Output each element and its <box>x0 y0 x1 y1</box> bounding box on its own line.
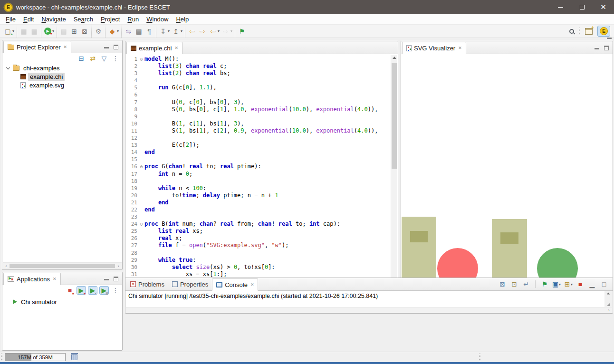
close-icon[interactable]: ✕ <box>174 46 178 50</box>
maximize-view-icon[interactable] <box>114 277 118 281</box>
line-number[interactable]: 1 <box>126 56 138 63</box>
fold-collapse-icon[interactable]: ⊖ <box>138 56 144 63</box>
maximize-view-icon[interactable] <box>114 45 118 49</box>
open-doc-button[interactable]: ▤ <box>134 27 144 36</box>
menu-project[interactable]: Project <box>97 15 124 24</box>
view-menu-button[interactable]: ⋮ <box>111 286 120 295</box>
line-number[interactable]: 11 <box>126 127 138 134</box>
terminate-button[interactable]: ■ <box>576 280 585 288</box>
line-number[interactable]: 8 <box>126 106 138 113</box>
clear-console-button[interactable]: ⊠ <box>498 280 507 288</box>
line-number[interactable]: 25 <box>126 228 138 235</box>
console-maximize-button[interactable]: □ <box>599 280 609 288</box>
expand-box-button[interactable]: ⊞ <box>69 27 79 36</box>
launch-tool-button[interactable]: ◆▾ <box>107 27 120 36</box>
scroll-up-icon[interactable] <box>607 293 610 295</box>
line-number[interactable]: 16 <box>126 163 138 170</box>
line-number[interactable]: 18 <box>126 178 138 185</box>
new-wizard-button[interactable]: ▢+▾ <box>2 27 15 36</box>
view-menu-button[interactable]: ⋮ <box>111 54 120 63</box>
minimize-view-icon[interactable] <box>104 278 109 280</box>
terminate-all-button[interactable]: ■■ <box>65 286 75 295</box>
forward-nav-button[interactable]: ⇨▾ <box>221 27 233 36</box>
close-icon[interactable]: ✕ <box>52 277 57 281</box>
line-number[interactable]: 14 <box>126 149 138 156</box>
maximize-view-icon[interactable] <box>604 46 609 50</box>
save-all-button[interactable]: ▦ <box>29 27 39 36</box>
dropdown-icon[interactable]: ▾ <box>117 29 119 33</box>
menu-help[interactable]: Help <box>172 15 192 24</box>
close-icon[interactable]: ✕ <box>63 45 67 49</box>
tree-item-example-svg[interactable]: example.svg <box>2 81 122 89</box>
dropdown-icon[interactable]: ▾ <box>52 29 54 33</box>
menu-run[interactable]: Run <box>124 15 143 24</box>
line-number[interactable]: 30 <box>126 264 138 271</box>
tree-item-chi-examples[interactable]: chi-examples <box>2 64 122 72</box>
garbage-collect-icon[interactable] <box>71 354 77 360</box>
console-output[interactable]: Chi simulator [running] /test/35-chi-exa… <box>126 291 612 307</box>
line-number[interactable]: 12 <box>126 134 138 142</box>
search-button[interactable] <box>568 29 575 34</box>
display-console-button[interactable]: ▣▾ <box>552 280 561 288</box>
tab-console[interactable]: Console✕ <box>212 278 258 291</box>
scroll-lock-button[interactable]: ⊡ <box>509 280 519 288</box>
scrollbar-thumb[interactable] <box>10 264 115 268</box>
menu-navigate[interactable]: Navigate <box>38 15 69 24</box>
minimize-view-icon[interactable] <box>104 46 109 48</box>
save-button[interactable]: ▦ <box>19 27 29 36</box>
line-number[interactable]: 13 <box>126 142 138 149</box>
close-button[interactable]: ✕ <box>593 0 614 14</box>
auto-terminate-toggle[interactable]: ▶■ <box>77 286 86 295</box>
line-number[interactable]: 15 <box>126 156 138 163</box>
dropdown-icon[interactable]: ▾ <box>168 29 170 33</box>
close-icon[interactable]: ✕ <box>250 282 254 287</box>
close-box-button[interactable]: ⊠ <box>79 27 90 36</box>
fold-collapse-icon[interactable]: ⊖ <box>138 163 144 170</box>
tab-problems[interactable]: xProblems <box>126 278 168 290</box>
line-number[interactable]: 7 <box>126 99 138 106</box>
dropdown-icon[interactable]: ▾ <box>559 282 561 287</box>
line-number[interactable]: 4 <box>126 77 138 84</box>
menu-file[interactable]: File <box>2 15 19 24</box>
tab-project-explorer[interactable]: Project Explorer ✕ <box>3 41 71 53</box>
line-number[interactable]: 22 <box>126 206 138 213</box>
link-editor-button[interactable]: ⇄ <box>88 54 97 63</box>
prev-annotation-button[interactable]: ↥▾ <box>171 27 183 36</box>
line-number[interactable]: 9 <box>126 113 138 120</box>
word-wrap-button[interactable]: ↵ <box>521 280 531 288</box>
line-number[interactable]: 19 <box>126 185 138 192</box>
tab-applications[interactable]: Applications ✕ <box>3 273 61 285</box>
minimize-view-icon[interactable] <box>595 47 599 49</box>
auto-remove-toggle[interactable]: ▶✕ <box>88 286 97 295</box>
dropdown-icon[interactable]: ▾ <box>230 29 232 33</box>
auto-expand-toggle[interactable]: ▶⊞ <box>99 286 109 295</box>
line-number[interactable]: 6 <box>126 91 138 98</box>
open-perspective-button[interactable] <box>584 28 594 35</box>
line-number[interactable]: 23 <box>126 213 138 220</box>
line-number[interactable]: 20 <box>126 192 138 199</box>
minimized-viewbar-icon[interactable] <box>607 37 612 39</box>
expand-chevron-icon[interactable] <box>6 66 10 69</box>
filter-button[interactable]: ▽ <box>99 54 109 63</box>
line-number[interactable]: 5 <box>126 84 138 91</box>
line-number[interactable]: 2 <box>126 63 138 70</box>
last-edit-forward-button[interactable]: ⇨ <box>197 27 208 36</box>
code-editor[interactable]: 1⊖model M():2 list(3) chan real c;3 list… <box>126 55 391 306</box>
pin-console-button[interactable]: ⚑ <box>540 280 549 288</box>
line-number[interactable]: 27 <box>126 242 138 249</box>
last-edit-back-button[interactable]: ⇦ <box>187 27 197 36</box>
line-number[interactable]: 10 <box>126 120 138 127</box>
open-console-button[interactable]: ⊞▾ <box>564 280 573 288</box>
back-nav-button[interactable]: ⇦▾ <box>208 27 221 36</box>
minimize-button[interactable] <box>550 0 571 14</box>
menu-search[interactable]: Search <box>70 15 97 24</box>
new-launch-button[interactable]: ▤ <box>58 27 69 36</box>
compare-doc-button[interactable]: ⇋ <box>123 27 134 36</box>
fold-collapse-icon[interactable]: ⊖ <box>138 220 144 228</box>
statusbar-grip[interactable] <box>479 354 480 361</box>
scroll-left-icon[interactable]: ‹ <box>3 264 10 268</box>
line-number[interactable]: 24 <box>126 220 138 228</box>
dropdown-icon[interactable]: ▾ <box>571 282 573 287</box>
show-whitespace-button[interactable]: ¶ <box>144 27 154 36</box>
build-button[interactable]: ⚙ <box>93 27 104 36</box>
